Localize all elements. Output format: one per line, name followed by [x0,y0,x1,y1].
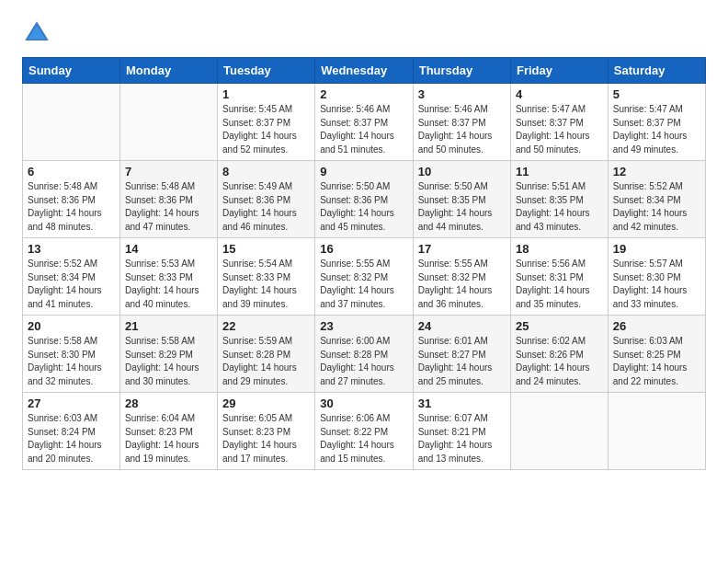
day-number: 3 [418,87,506,101]
day-number: 11 [516,165,603,178]
day-number: 14 [125,242,212,256]
day-info: Sunrise: 6:07 AM Sunset: 8:21 PM Dayligh… [418,412,506,465]
weekday-header-row: SundayMondayTuesdayWednesdayThursdayFrid… [23,58,706,84]
calendar-body: 1Sunrise: 5:45 AM Sunset: 8:37 PM Daylig… [23,84,706,470]
day-info: Sunrise: 5:49 AM Sunset: 8:36 PM Dayligh… [222,180,310,234]
day-info: Sunrise: 5:46 AM Sunset: 8:37 PM Dayligh… [320,103,408,156]
day-info: Sunrise: 5:50 AM Sunset: 8:36 PM Dayligh… [320,180,408,234]
calendar-cell: 12Sunrise: 5:52 AM Sunset: 8:34 PM Dayli… [608,161,705,238]
day-number: 10 [418,165,506,178]
calendar-cell: 18Sunrise: 5:56 AM Sunset: 8:31 PM Dayli… [510,238,608,316]
day-info: Sunrise: 5:52 AM Sunset: 8:34 PM Dayligh… [28,258,115,311]
calendar-cell: 30Sunrise: 6:06 AM Sunset: 8:22 PM Dayli… [315,393,414,470]
weekday-header-sunday: Sunday [23,58,120,84]
day-number: 6 [28,165,115,178]
day-info: Sunrise: 6:06 AM Sunset: 8:22 PM Dayligh… [320,412,408,465]
day-number: 16 [320,242,408,256]
calendar-cell: 4Sunrise: 5:47 AM Sunset: 8:37 PM Daylig… [510,84,608,161]
calendar-cell: 13Sunrise: 5:52 AM Sunset: 8:34 PM Dayli… [23,238,120,316]
day-info: Sunrise: 5:47 AM Sunset: 8:37 PM Dayligh… [613,103,700,156]
calendar-cell: 1Sunrise: 5:45 AM Sunset: 8:37 PM Daylig… [218,84,315,161]
weekday-header-saturday: Saturday [608,58,705,84]
weekday-header-tuesday: Tuesday [218,58,315,84]
calendar-cell: 7Sunrise: 5:48 AM Sunset: 8:36 PM Daylig… [120,161,218,238]
calendar-week-3: 13Sunrise: 5:52 AM Sunset: 8:34 PM Dayli… [23,238,706,316]
calendar-cell [23,84,120,161]
day-number: 9 [320,165,408,178]
day-number: 24 [418,319,506,333]
calendar-cell: 2Sunrise: 5:46 AM Sunset: 8:37 PM Daylig… [315,84,414,161]
calendar-cell: 27Sunrise: 6:03 AM Sunset: 8:24 PM Dayli… [23,393,120,470]
day-info: Sunrise: 5:58 AM Sunset: 8:29 PM Dayligh… [125,335,212,388]
calendar-week-5: 27Sunrise: 6:03 AM Sunset: 8:24 PM Dayli… [23,393,706,470]
day-info: Sunrise: 5:47 AM Sunset: 8:37 PM Dayligh… [516,103,603,156]
day-number: 17 [418,242,506,256]
calendar-week-1: 1Sunrise: 5:45 AM Sunset: 8:37 PM Daylig… [23,84,706,161]
day-info: Sunrise: 6:03 AM Sunset: 8:24 PM Dayligh… [28,412,115,465]
calendar-cell: 17Sunrise: 5:55 AM Sunset: 8:32 PM Dayli… [413,238,510,316]
calendar-header: SundayMondayTuesdayWednesdayThursdayFrid… [23,58,706,84]
day-number: 12 [613,165,700,178]
calendar-cell: 6Sunrise: 5:48 AM Sunset: 8:36 PM Daylig… [23,161,120,238]
day-number: 25 [516,319,603,333]
day-info: Sunrise: 6:04 AM Sunset: 8:23 PM Dayligh… [125,412,212,465]
calendar-cell [608,393,705,470]
calendar-cell [510,393,608,470]
calendar-cell: 15Sunrise: 5:54 AM Sunset: 8:33 PM Dayli… [218,238,315,316]
day-number: 8 [222,165,310,178]
calendar-cell: 24Sunrise: 6:01 AM Sunset: 8:27 PM Dayli… [413,316,510,393]
calendar-week-2: 6Sunrise: 5:48 AM Sunset: 8:36 PM Daylig… [23,161,706,238]
calendar-cell: 29Sunrise: 6:05 AM Sunset: 8:23 PM Dayli… [218,393,315,470]
calendar-cell: 20Sunrise: 5:58 AM Sunset: 8:30 PM Dayli… [23,316,120,393]
day-info: Sunrise: 5:51 AM Sunset: 8:35 PM Dayligh… [516,180,603,234]
day-info: Sunrise: 5:57 AM Sunset: 8:30 PM Dayligh… [613,258,700,311]
calendar-cell: 19Sunrise: 5:57 AM Sunset: 8:30 PM Dayli… [608,238,705,316]
calendar-cell: 9Sunrise: 5:50 AM Sunset: 8:36 PM Daylig… [315,161,414,238]
day-info: Sunrise: 5:56 AM Sunset: 8:31 PM Dayligh… [516,258,603,311]
day-info: Sunrise: 6:01 AM Sunset: 8:27 PM Dayligh… [418,335,506,388]
day-info: Sunrise: 5:59 AM Sunset: 8:28 PM Dayligh… [222,335,310,388]
calendar-cell: 11Sunrise: 5:51 AM Sunset: 8:35 PM Dayli… [510,161,608,238]
calendar-cell: 5Sunrise: 5:47 AM Sunset: 8:37 PM Daylig… [608,84,705,161]
day-info: Sunrise: 5:55 AM Sunset: 8:32 PM Dayligh… [418,258,506,311]
calendar-table: SundayMondayTuesdayWednesdayThursdayFrid… [22,57,706,470]
calendar-cell: 28Sunrise: 6:04 AM Sunset: 8:23 PM Dayli… [120,393,218,470]
calendar-cell: 21Sunrise: 5:58 AM Sunset: 8:29 PM Dayli… [120,316,218,393]
day-info: Sunrise: 6:00 AM Sunset: 8:28 PM Dayligh… [320,335,408,388]
day-info: Sunrise: 5:58 AM Sunset: 8:30 PM Dayligh… [28,335,115,388]
calendar-cell [120,84,218,161]
day-info: Sunrise: 6:03 AM Sunset: 8:25 PM Dayligh… [613,335,700,388]
calendar-cell: 26Sunrise: 6:03 AM Sunset: 8:25 PM Dayli… [608,316,705,393]
calendar-cell: 8Sunrise: 5:49 AM Sunset: 8:36 PM Daylig… [218,161,315,238]
calendar-cell: 14Sunrise: 5:53 AM Sunset: 8:33 PM Dayli… [120,238,218,316]
calendar-cell: 25Sunrise: 6:02 AM Sunset: 8:26 PM Dayli… [510,316,608,393]
logo-icon [22,18,51,48]
day-number: 27 [28,396,115,410]
weekday-header-wednesday: Wednesday [315,58,414,84]
day-number: 29 [222,396,310,410]
day-number: 28 [125,396,212,410]
day-number: 22 [222,319,310,333]
weekday-header-thursday: Thursday [413,58,510,84]
day-info: Sunrise: 6:05 AM Sunset: 8:23 PM Dayligh… [222,412,310,465]
day-number: 15 [222,242,310,256]
day-number: 21 [125,319,212,333]
page-header [22,18,706,48]
day-number: 31 [418,396,506,410]
day-number: 1 [222,87,310,101]
day-info: Sunrise: 5:54 AM Sunset: 8:33 PM Dayligh… [222,258,310,311]
day-number: 23 [320,319,408,333]
day-number: 19 [613,242,700,256]
day-number: 26 [613,319,700,333]
day-info: Sunrise: 5:55 AM Sunset: 8:32 PM Dayligh… [320,258,408,311]
day-info: Sunrise: 5:48 AM Sunset: 8:36 PM Dayligh… [28,180,115,234]
calendar-cell: 22Sunrise: 5:59 AM Sunset: 8:28 PM Dayli… [218,316,315,393]
calendar-cell: 16Sunrise: 5:55 AM Sunset: 8:32 PM Dayli… [315,238,414,316]
day-info: Sunrise: 5:53 AM Sunset: 8:33 PM Dayligh… [125,258,212,311]
logo [22,18,55,48]
calendar-cell: 3Sunrise: 5:46 AM Sunset: 8:37 PM Daylig… [413,84,510,161]
day-number: 18 [516,242,603,256]
day-number: 20 [28,319,115,333]
day-info: Sunrise: 5:46 AM Sunset: 8:37 PM Dayligh… [418,103,506,156]
calendar-cell: 31Sunrise: 6:07 AM Sunset: 8:21 PM Dayli… [413,393,510,470]
